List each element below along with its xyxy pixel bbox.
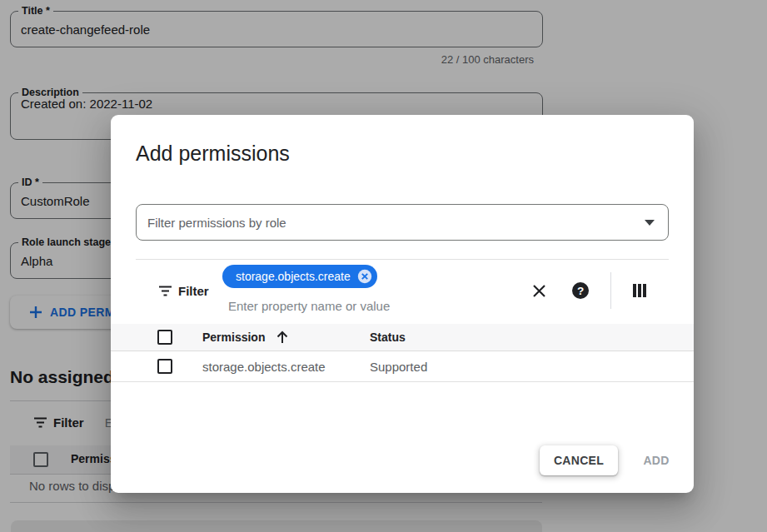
filter-permissions-by-role-select[interactable]: Filter permissions by role [136,204,669,241]
dialog-filter-label: Filter [178,284,209,298]
status-column-header[interactable]: Status [370,331,406,344]
dialog-title: Add permissions [136,142,290,166]
cancel-button[interactable]: CANCEL [540,445,618,475]
chip-remove-icon[interactable] [357,269,372,284]
dialog-filter-input[interactable]: Enter property name or value [228,299,390,313]
clear-filter-icon[interactable] [525,277,552,304]
help-icon[interactable]: ? [567,277,594,304]
filter-icon [158,285,172,301]
row-checkbox[interactable] [157,359,172,374]
filter-chip[interactable]: storage.objects.create [222,265,377,288]
permission-column-header[interactable]: Permission [202,331,265,344]
role-select-placeholder: Filter permissions by role [147,216,286,230]
divider [136,259,669,260]
filter-chip-label: storage.objects.create [236,270,351,283]
table-row[interactable]: storage.objects.create Supported [111,351,694,382]
status-cell: Supported [370,360,427,374]
column-display-icon[interactable] [626,277,653,304]
permission-cell: storage.objects.create [202,360,326,374]
sort-ascending-icon[interactable] [274,329,291,349]
dialog-table-header: Permission Status [111,324,694,351]
select-all-checkbox[interactable] [157,330,172,345]
add-permissions-dialog: Add permissions Filter permissions by ro… [111,115,694,493]
add-button[interactable]: ADD [630,445,683,475]
svg-text:?: ? [577,285,584,297]
divider [610,272,611,309]
chevron-down-icon [645,220,655,226]
